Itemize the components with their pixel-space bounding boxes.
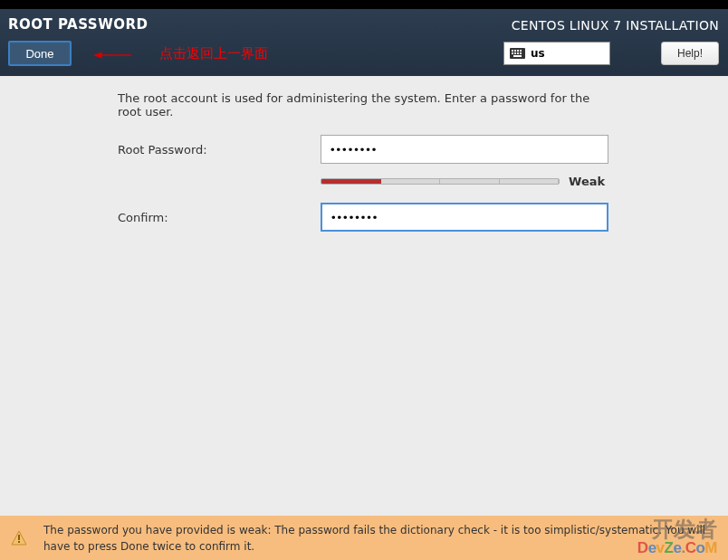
password-label: Root Password: [118,143,321,157]
strength-fill [321,179,381,184]
svg-rect-6 [520,50,522,52]
root-password-input[interactable] [321,135,608,164]
svg-rect-7 [512,52,513,54]
svg-rect-5 [517,50,519,52]
warning-bar: The password you have provided is weak: … [0,516,728,560]
svg-rect-8 [514,52,516,54]
svg-rect-13 [18,535,20,540]
keyboard-layout-label: us [531,47,545,60]
warning-icon [11,530,27,546]
confirm-label: Confirm: [118,211,321,224]
installer-window: ROOT PASSWORD CENTOS LINUX 7 INSTALLATIO… [0,9,728,560]
confirm-row: Confirm: [118,203,610,232]
keyboard-layout-indicator[interactable]: us [503,42,610,65]
strength-row: Weak [321,175,610,188]
header-bar: ROOT PASSWORD CENTOS LINUX 7 INSTALLATIO… [0,9,728,76]
instruction-text: The root account is used for administeri… [118,91,610,119]
svg-marker-1 [95,53,101,58]
svg-rect-3 [512,50,513,52]
password-row: Root Password: [118,135,610,164]
svg-rect-14 [18,541,20,543]
svg-rect-9 [517,52,519,54]
strength-label: Weak [569,175,605,188]
warning-text: The password you have provided is weak: … [43,522,717,555]
annotation-arrow-icon [77,52,149,58]
done-button[interactable]: Done [8,41,72,66]
confirm-password-input[interactable] [321,203,608,232]
svg-rect-4 [514,50,516,52]
content-area: The root account is used for administeri… [0,76,728,560]
password-strength-meter [321,178,560,185]
help-button[interactable]: Help! [661,42,719,65]
annotation-text: 点击返回上一界面 [159,45,268,62]
page-title: ROOT PASSWORD [8,16,148,33]
keyboard-icon [510,48,525,59]
svg-rect-10 [520,52,522,54]
svg-rect-11 [513,55,522,57]
installer-title: CENTOS LINUX 7 INSTALLATION [512,18,719,33]
